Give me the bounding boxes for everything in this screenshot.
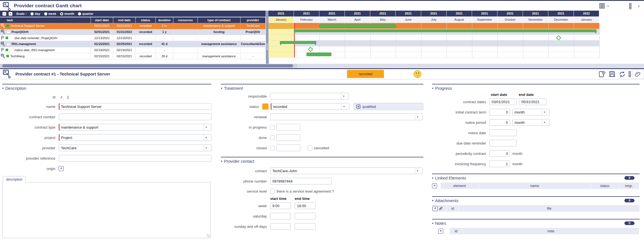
save-icon[interactable] [608, 70, 616, 79]
milestone-due-date-reminder[interactable] [556, 35, 561, 40]
done-checkbox[interactable] [270, 135, 275, 140]
periodicity-input[interactable]: 3 [489, 150, 510, 157]
due-date-reminder-input[interactable] [489, 140, 517, 146]
responsible-select[interactable]: ▾ [270, 93, 349, 100]
more-menu-icon[interactable] [628, 71, 631, 78]
table-row-f001-managment[interactable]: −f001-managment 01/15/2021 02/25/2021 re… [0, 41, 266, 47]
contract-start-date-input[interactable]: 03/01/2021 [489, 98, 517, 105]
done-date-input[interactable] [276, 134, 300, 141]
scale-option-week[interactable]: week [44, 12, 56, 15]
phone-number-input[interactable]: 0978987444 [270, 178, 332, 184]
collapse-caret-icon[interactable]: ▾ [432, 222, 433, 225]
sla-checkbox[interactable] [270, 189, 275, 194]
chevron-down-icon[interactable]: ▾ [542, 119, 548, 126]
chevron-down-icon[interactable]: ▾ [341, 103, 347, 110]
section-title[interactable]: ▾Treatment [221, 86, 423, 91]
new-document-icon[interactable] [598, 70, 606, 79]
section-title[interactable]: ▾Notes [432, 221, 640, 226]
section-title[interactable]: ▾Progress [432, 86, 640, 91]
scale-option-day[interactable]: day [30, 12, 40, 15]
add-linked-element-button[interactable]: + [432, 183, 437, 188]
milestone-notice-date[interactable] [308, 47, 313, 52]
table-hscroll-track[interactable] [0, 64, 298, 68]
closed-date-input[interactable] [276, 145, 300, 151]
zoom-in-button[interactable]: + [9, 12, 12, 16]
radio-selected-icon[interactable] [60, 12, 63, 15]
renewal-select[interactable]: ▾ [270, 113, 423, 120]
link-icon[interactable] [439, 206, 443, 210]
add-note-button[interactable]: + [438, 229, 443, 234]
table-row-technical-support-server[interactable]: Technical Support Server 03/01/2021 05/3… [0, 23, 266, 29]
project-select[interactable]: Project▾ [59, 134, 211, 141]
add-origin-button[interactable]: + [59, 166, 64, 171]
initial-term-unit-select[interactable]: month▾ [512, 109, 550, 115]
collapse-caret-icon[interactable]: ▾ [432, 177, 433, 179]
name-input[interactable]: Technical Support Server [59, 103, 211, 110]
in-progress-date-input[interactable] [276, 124, 300, 131]
status-select[interactable]: recorded▾ [271, 103, 349, 110]
attachment-dropzone[interactable] [632, 70, 644, 79]
collapse-caret-icon[interactable]: ▾ [432, 199, 433, 202]
columns-selector-icon[interactable] [599, 3, 605, 10]
gantt-bar-f001-managment[interactable] [280, 41, 316, 44]
refresh-icon[interactable] [618, 70, 626, 79]
table-row-projeqtorh[interactable]: −ProjeQtOrH 02/01/2021 01/31/2022 record… [0, 29, 266, 35]
collapse-caret-icon[interactable]: ▾ [221, 160, 222, 163]
chevron-down-icon[interactable]: ▾ [415, 168, 421, 174]
columns-caret-icon[interactable]: ▾ [607, 5, 609, 8]
description-textarea[interactable] [2, 182, 211, 238]
notice-date-input[interactable] [489, 129, 517, 136]
collapse-caret-icon[interactable]: ▾ [221, 87, 222, 90]
section-title[interactable]: ▾Linked Elements [432, 176, 640, 180]
scale-option-month[interactable]: month [60, 12, 74, 15]
qualified-transition-button[interactable]: qualified [354, 103, 423, 110]
closed-checkbox[interactable] [270, 146, 275, 150]
collapse-button[interactable]: − [6, 30, 10, 34]
section-title[interactable]: ▾Description [2, 86, 211, 91]
chevron-down-icon[interactable]: ▾ [204, 134, 209, 141]
zoom-out-button[interactable]: − [3, 12, 6, 16]
table-row-techmang[interactable]: TechMang 02/15/2021 03/15/2021 recorded … [0, 53, 266, 59]
collapse-button[interactable]: − [6, 42, 10, 46]
section-title[interactable]: ▾Attachments [432, 198, 640, 203]
cancelled-checkbox[interactable] [308, 146, 312, 150]
contact-select[interactable]: TechCare-John▾ [270, 167, 423, 174]
tab-description[interactable]: description [3, 176, 26, 183]
notice-period-unit-select[interactable]: month▾ [512, 119, 550, 126]
saturday-start-input[interactable] [270, 213, 291, 219]
week-end-input[interactable]: 18:00 [295, 202, 315, 209]
table-row-due-date-reminder[interactable]: due date reminder_ProjeQtOrH 12/13/2021 … [0, 35, 266, 41]
splitter-grip-icon[interactable] [266, 44, 268, 50]
contract-type-select[interactable]: maintenance & support▾ [59, 124, 211, 131]
resize-grip-icon[interactable] [207, 234, 210, 237]
gantt-bar-techmang[interactable] [306, 53, 331, 56]
sunday-end-input[interactable] [295, 223, 315, 230]
table-hscroll-thumb[interactable] [2, 64, 293, 67]
contract-number-input[interactable] [59, 113, 211, 120]
gantt-menu-icon[interactable] [629, 3, 632, 10]
chevron-down-icon[interactable]: ▾ [204, 145, 209, 151]
in-progress-checkbox[interactable] [270, 125, 275, 130]
initial-term-input[interactable]: 3 [489, 109, 510, 115]
add-attachment-button[interactable]: + [433, 206, 438, 211]
saturday-end-input[interactable] [295, 213, 315, 219]
radio-icon[interactable] [78, 12, 81, 15]
chevron-down-icon[interactable]: ▾ [415, 114, 421, 120]
radio-icon[interactable] [30, 12, 34, 15]
gantt-hscroll-track[interactable] [299, 64, 644, 68]
sunday-start-input[interactable] [270, 223, 291, 230]
table-row-notice-date[interactable]: notice date_f001-managment 02/19/2021 02… [0, 47, 266, 53]
scale-option-quarter[interactable]: quarter [78, 12, 93, 15]
gantt-bar-projeqtorh[interactable] [294, 29, 596, 32]
chevron-down-icon[interactable]: ▾ [542, 109, 548, 115]
radio-icon[interactable] [44, 12, 47, 15]
section-title[interactable]: ▾Provider contact [221, 159, 423, 164]
collapse-caret-icon[interactable]: ▾ [2, 87, 4, 90]
notice-period-input[interactable]: 0 [489, 119, 510, 126]
gantt-menu-caret-icon[interactable]: ▾ [638, 5, 640, 8]
gantt-bar-technical-support-server[interactable] [319, 24, 396, 28]
contract-end-date-input[interactable]: 05/31/2021 [519, 98, 546, 105]
chevron-down-icon[interactable]: ▾ [204, 124, 209, 130]
collapse-caret-icon[interactable]: ▾ [432, 87, 433, 90]
chevron-down-icon[interactable]: ▾ [341, 93, 347, 99]
